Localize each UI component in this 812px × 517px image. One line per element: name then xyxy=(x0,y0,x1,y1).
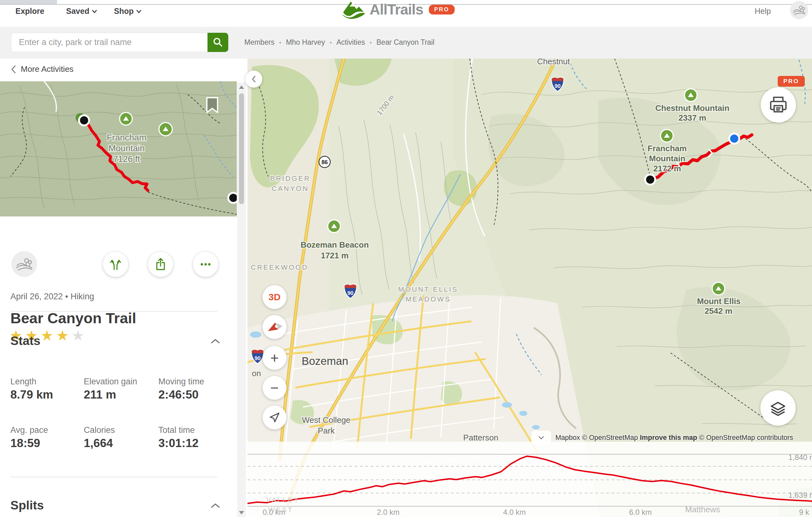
chevron-down-icon xyxy=(92,10,97,13)
svg-text:90: 90 xyxy=(255,355,261,361)
ellipsis-icon xyxy=(199,257,212,271)
page-title: Bear Canyon Trail xyxy=(10,309,136,327)
elevation-chart[interactable]: 1,840 m 1,639 m 0.0 km 2.0 km 4.0 km 6.0… xyxy=(248,442,812,517)
svg-text:90: 90 xyxy=(555,83,561,89)
breadcrumb-activities[interactable]: Activities xyxy=(325,38,365,46)
osm-contributors-link[interactable]: © OpenStreetMap contributors xyxy=(699,434,793,441)
star-icon[interactable]: ★ xyxy=(71,327,87,344)
nav-help[interactable]: Help xyxy=(755,7,771,16)
y-axis-label-max: 1,840 m xyxy=(788,453,812,462)
sidebar-collapse-button[interactable] xyxy=(245,71,262,88)
scrollbar-thumb[interactable] xyxy=(239,93,244,204)
stat-value: 3:01:12 xyxy=(158,437,199,450)
share-icon xyxy=(154,257,168,271)
locate-button[interactable] xyxy=(263,406,287,429)
breadcrumb-members[interactable]: Members xyxy=(244,38,274,46)
peak-marker xyxy=(712,282,725,295)
zoom-in-button[interactable]: + xyxy=(263,346,287,370)
navigation-arrow-icon xyxy=(268,410,282,425)
search-input[interactable] xyxy=(11,33,208,52)
zoom-out-button[interactable]: − xyxy=(263,376,287,400)
peak-marker xyxy=(661,130,673,142)
map-label: Chestnut xyxy=(537,59,570,66)
map-label: Patterson xyxy=(463,433,498,442)
stat-value: 1,664 xyxy=(84,437,113,450)
trail-thumbnail-map[interactable]: Francham Mountain 7126 ft xyxy=(0,81,237,216)
landscape-avatar-icon xyxy=(792,3,806,17)
directions-icon xyxy=(109,257,122,271)
improve-map-link[interactable]: Improve this map xyxy=(640,434,697,441)
svg-text:90: 90 xyxy=(348,290,354,296)
star-icon[interactable]: ★ xyxy=(56,327,71,344)
svg-text:86: 86 xyxy=(321,159,328,165)
stat-label: Elevation gain xyxy=(84,377,137,386)
alltrails-logo[interactable]: AllTrails PRO xyxy=(340,0,455,20)
nav-saved[interactable]: Saved xyxy=(66,7,97,16)
map-label: Chestnut Mountain xyxy=(655,103,729,113)
thumbnail-peak-marker xyxy=(159,123,172,136)
stat-value: 211 m xyxy=(84,388,116,401)
nav-shop[interactable]: Shop xyxy=(114,7,141,16)
map-label: West College xyxy=(302,415,350,425)
thumbnail-peak-label: 7126 ft xyxy=(113,154,140,164)
route-start-marker xyxy=(644,173,656,186)
search-icon xyxy=(212,37,223,48)
user-avatar[interactable] xyxy=(790,1,808,19)
map-pro-badge: PRO xyxy=(778,76,805,87)
top-nav: Explore Saved Shop AllTrails PRO Help xyxy=(0,5,812,27)
chevron-up-icon xyxy=(211,503,220,509)
map-label: on xyxy=(252,369,261,378)
peak-marker xyxy=(328,220,340,233)
sidebar-scrollbar[interactable] xyxy=(237,83,246,517)
map-label: 1721 m xyxy=(321,251,349,260)
activity-owner-avatar xyxy=(11,251,37,277)
map-compass-button[interactable] xyxy=(263,315,287,339)
print-button[interactable] xyxy=(761,87,796,123)
3d-label: 3D xyxy=(268,292,281,302)
logo-wordmark: AllTrails xyxy=(370,1,423,18)
directions-button[interactable] xyxy=(103,252,128,277)
splits-collapse-button[interactable] xyxy=(209,500,222,511)
share-button[interactable] xyxy=(148,252,173,277)
stat-value: 18:59 xyxy=(10,437,40,450)
attribution-collapse-button[interactable] xyxy=(531,431,551,444)
stat-label: Calories xyxy=(84,425,115,435)
x-tick-label: 2.0 km xyxy=(377,508,400,516)
browser-chrome-fragment xyxy=(0,0,57,4)
search-band: MembersMho HarveyActivitiesBear Canyon T… xyxy=(0,27,812,59)
stat-value: 2:46:50 xyxy=(158,388,199,401)
star-icon[interactable]: ★ xyxy=(40,327,56,344)
scroll-down-arrow[interactable] xyxy=(237,508,246,517)
map-label: 2172 m xyxy=(653,164,681,173)
chevron-down-icon xyxy=(136,10,141,13)
map-label: BRIDGER xyxy=(270,174,311,183)
route-86-badge: 86 xyxy=(319,156,330,168)
activity-sidebar: More Activities xyxy=(0,59,248,517)
logo-pro-badge: PRO xyxy=(429,5,455,15)
nav-explore[interactable]: Explore xyxy=(16,7,45,16)
stat-label: Length xyxy=(10,377,36,386)
thumbnail-peak-marker xyxy=(120,112,132,125)
stats-collapse-button[interactable] xyxy=(209,336,222,347)
back-label: More Activities xyxy=(21,64,74,74)
back-to-activities[interactable]: More Activities xyxy=(0,59,237,81)
breadcrumb-user[interactable]: Mho Harvey xyxy=(274,38,325,46)
map-layers-button[interactable] xyxy=(760,390,795,426)
scroll-up-arrow[interactable] xyxy=(237,83,246,91)
breadcrumb-current: Bear Canyon Trail xyxy=(365,38,434,46)
map-attribution: Mapbox © OpenStreetMap Improve this map … xyxy=(531,430,793,445)
map-3d-button[interactable]: 3D xyxy=(263,285,287,309)
more-options-button[interactable] xyxy=(193,252,218,277)
splits-heading: Splits xyxy=(10,498,44,512)
alltrails-mountain-icon xyxy=(340,0,367,19)
search-button[interactable] xyxy=(207,33,228,52)
map-label: CREEKWOOD xyxy=(251,263,309,271)
map-label-city: Bozeman xyxy=(301,355,348,367)
map-label: Mountain xyxy=(649,154,686,163)
mapbox-attribution-link[interactable]: Mapbox © OpenStreetMap xyxy=(555,434,638,441)
breadcrumb: MembersMho HarveyActivitiesBear Canyon T… xyxy=(244,38,434,47)
map-label: Bozeman Beacon xyxy=(301,240,369,249)
chevron-up-icon xyxy=(211,338,220,344)
stat-label: Total time xyxy=(158,425,195,435)
map-label: Francham xyxy=(648,144,687,153)
